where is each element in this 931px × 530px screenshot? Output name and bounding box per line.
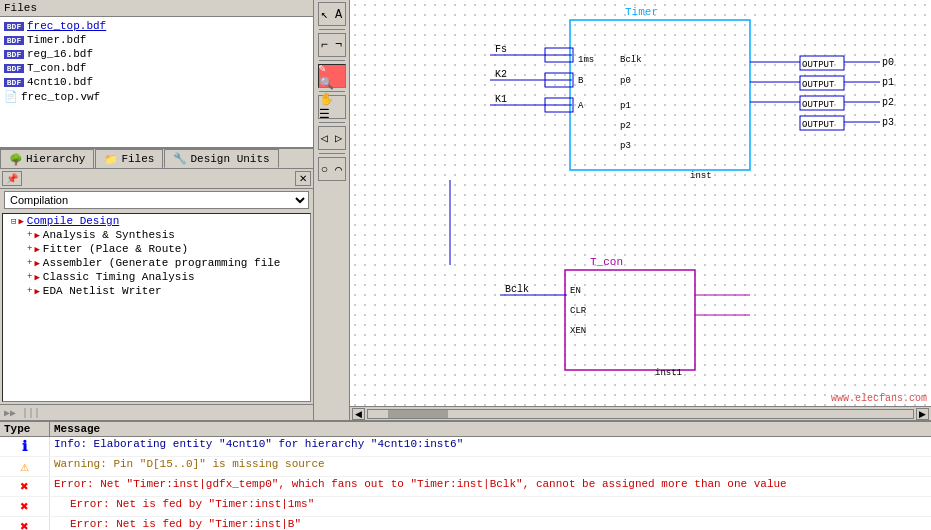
files-icon: 📁 — [104, 153, 118, 166]
file-item[interactable]: BDFreg_16.bdf — [2, 47, 311, 61]
tcon-en-label: EN — [570, 286, 581, 296]
play-icon: ▶ — [34, 258, 39, 269]
timer-inst-label: inst — [690, 171, 712, 181]
timer-p1-label: p1 — [620, 101, 631, 111]
tab-hierarchy-label: Hierarchy — [26, 153, 85, 165]
message-row[interactable]: ⚠Warning: Pin "D[15..0]" is missing sour… — [0, 457, 931, 477]
message-row[interactable]: ✖Error: Net is fed by "Timer:inst|1ms" — [0, 497, 931, 517]
files-header: Files — [0, 0, 313, 17]
timer-box — [570, 20, 750, 170]
messages-list: ℹInfo: Elaborating entity "4cnt10" for h… — [0, 437, 931, 530]
schematic-svg-element: Timer Fs K2 K1 1ms Bclk — [350, 0, 931, 406]
tabs-bar: 🌳 Hierarchy 📁 Files 🔧 Design Units — [0, 148, 313, 169]
k1-label: K1 — [495, 94, 507, 105]
h-scrollbar[interactable]: ◀ ▶ — [350, 406, 931, 420]
messages-header: Type Message — [0, 422, 931, 437]
message-row[interactable]: ✖Error: Net is fed by "Timer:inst|B" — [0, 517, 931, 530]
tab-design-units-label: Design Units — [190, 153, 269, 165]
output-b-label: OUTPUT — [802, 80, 835, 90]
file-item[interactable]: BDFT_con.bdf — [2, 61, 311, 75]
task-label: Fitter (Place & Route) — [43, 243, 188, 255]
task-label: Classic Timing Analysis — [43, 271, 195, 283]
p3-label: p3 — [882, 117, 894, 128]
scrollbar-thumb[interactable] — [388, 410, 448, 418]
file-name[interactable]: frec_top.bdf — [27, 20, 106, 32]
file-item[interactable]: 📄frec_top.vwf — [2, 89, 311, 104]
file-item[interactable]: BDF4cnt10.bdf — [2, 75, 311, 89]
task-item[interactable]: +▶Analysis & Synthesis — [3, 228, 310, 242]
files-label: Files — [4, 2, 37, 14]
arrow-tools[interactable]: ◁ ▷ — [318, 126, 346, 150]
timer-p3-label: p3 — [620, 141, 631, 151]
file-badge: BDF — [4, 36, 24, 45]
task-item[interactable]: +▶Classic Timing Analysis — [3, 270, 310, 284]
message-row[interactable]: ℹInfo: Elaborating entity "4cnt10" for h… — [0, 437, 931, 457]
file-badge: BDF — [4, 64, 24, 73]
task-item[interactable]: +▶Fitter (Place & Route) — [3, 242, 310, 256]
p2-label: p2 — [882, 97, 894, 108]
schematic-canvas[interactable]: Timer Fs K2 K1 1ms Bclk — [350, 0, 931, 406]
col-type-header: Type — [0, 422, 50, 436]
compilation-toolbar: 📌 ✕ — [0, 169, 313, 189]
task-item[interactable]: ⊟▶Compile Design — [3, 214, 310, 228]
close-button[interactable]: ✕ — [295, 171, 311, 186]
shape-tools[interactable]: ○ ⌒ — [318, 157, 346, 181]
message-text: Error: Net "Timer:inst|gdfx_temp0", whic… — [50, 477, 931, 491]
message-text: Warning: Pin "D[15..0]" is missing sourc… — [50, 457, 931, 471]
p0-label: p0 — [882, 57, 894, 68]
message-row[interactable]: ✖Error: Net "Timer:inst|gdfx_temp0", whi… — [0, 477, 931, 497]
file-badge: BDF — [4, 78, 24, 87]
tab-design-units[interactable]: 🔧 Design Units — [164, 149, 278, 168]
message-text: Error: Net is fed by "Timer:inst|B" — [50, 517, 931, 530]
play-icon: ▶ — [34, 272, 39, 283]
task-item[interactable]: +▶Assembler (Generate programming file — [3, 256, 310, 270]
play-icon: ▶ — [34, 230, 39, 241]
cursor-tool[interactable]: ↖ A — [318, 2, 346, 26]
message-type: ✖ — [0, 517, 50, 530]
hand-tool[interactable]: ✋ ☰ — [318, 95, 346, 119]
compilation-select[interactable]: Compilation — [4, 191, 309, 209]
task-label: Analysis & Synthesis — [43, 229, 175, 241]
eraser-tool[interactable]: ✎ 🔍 — [318, 64, 346, 88]
scrollbar-track[interactable] — [367, 409, 914, 419]
tab-files[interactable]: 📁 Files — [95, 149, 163, 168]
design-units-icon: 🔧 — [173, 152, 187, 165]
divider-5 — [319, 153, 345, 154]
output-d-label: OUTPUT — [802, 120, 835, 130]
file-name[interactable]: T_con.bdf — [27, 62, 86, 74]
task-label[interactable]: Compile Design — [27, 215, 119, 227]
message-text: Error: Net is fed by "Timer:inst|1ms" — [50, 497, 931, 511]
task-item[interactable]: +▶EDA Netlist Writer — [3, 284, 310, 298]
error-icon: ✖ — [20, 478, 28, 495]
error-icon: ✖ — [20, 518, 28, 530]
scroll-left-btn[interactable]: ◀ — [352, 408, 365, 420]
timer-p2-label: p2 — [620, 121, 631, 131]
k2-label: K2 — [495, 69, 507, 80]
pin-button[interactable]: 📌 — [2, 171, 22, 186]
timer-bclk-label: Bclk — [620, 55, 642, 65]
warning-icon: ⚠ — [20, 458, 28, 475]
file-name[interactable]: 4cnt10.bdf — [27, 76, 93, 88]
info-icon: ℹ — [22, 438, 27, 455]
schematic-toolbar: ↖ A ⌐ ¬ ✎ 🔍 ✋ ☰ ◁ ▷ ○ ⌒ — [314, 0, 350, 420]
file-item[interactable]: BDFfrec_top.bdf — [2, 19, 311, 33]
scroll-right-btn[interactable]: ▶ — [916, 408, 929, 420]
message-type: ℹ — [0, 437, 50, 456]
fs-label: Fs — [495, 44, 507, 55]
expand-icon: + — [27, 272, 32, 282]
file-name[interactable]: frec_top.vwf — [21, 91, 100, 103]
files-list: BDFfrec_top.bdfBDFTimer.bdfBDFreg_16.bdf… — [0, 17, 313, 147]
play-icon: ▶ — [34, 286, 39, 297]
file-name[interactable]: Timer.bdf — [27, 34, 86, 46]
tab-hierarchy[interactable]: 🌳 Hierarchy — [0, 149, 94, 168]
timer-1ms-in: 1ms — [578, 55, 594, 65]
file-item[interactable]: BDFTimer.bdf — [2, 33, 311, 47]
message-text: Info: Elaborating entity "4cnt10" for hi… — [50, 437, 931, 451]
schematic-wrapper: Timer Fs K2 K1 1ms Bclk — [350, 0, 931, 420]
select-tool[interactable]: ⌐ ¬ — [318, 33, 346, 57]
error-icon: ✖ — [20, 498, 28, 515]
timer-b-in: B — [578, 76, 584, 86]
timer-a-in: A — [578, 101, 584, 111]
file-name[interactable]: reg_16.bdf — [27, 48, 93, 60]
timer-b-label: p0 — [620, 76, 631, 86]
